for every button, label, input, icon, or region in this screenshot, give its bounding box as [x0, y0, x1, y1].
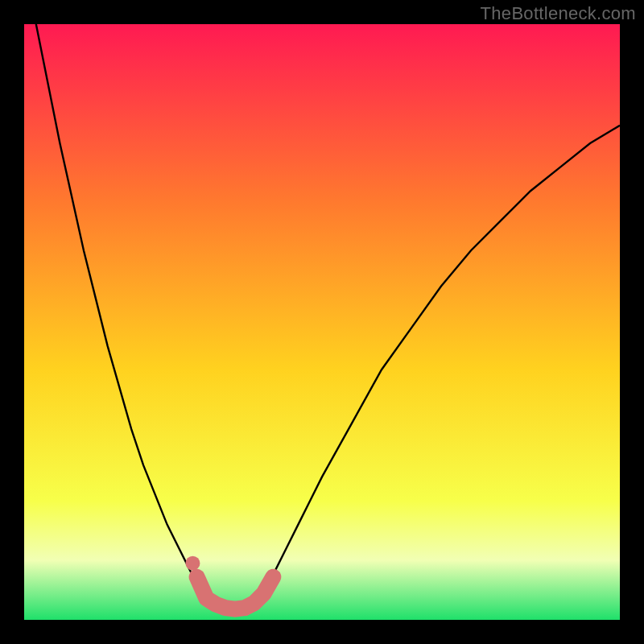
plot-area — [24, 24, 620, 620]
gradient-background — [24, 24, 620, 620]
bottleneck-chart — [24, 24, 620, 620]
watermark-text: TheBottleneck.com — [481, 3, 636, 24]
marker-lone-dot — [185, 556, 200, 571]
chart-container: TheBottleneck.com — [0, 0, 644, 644]
